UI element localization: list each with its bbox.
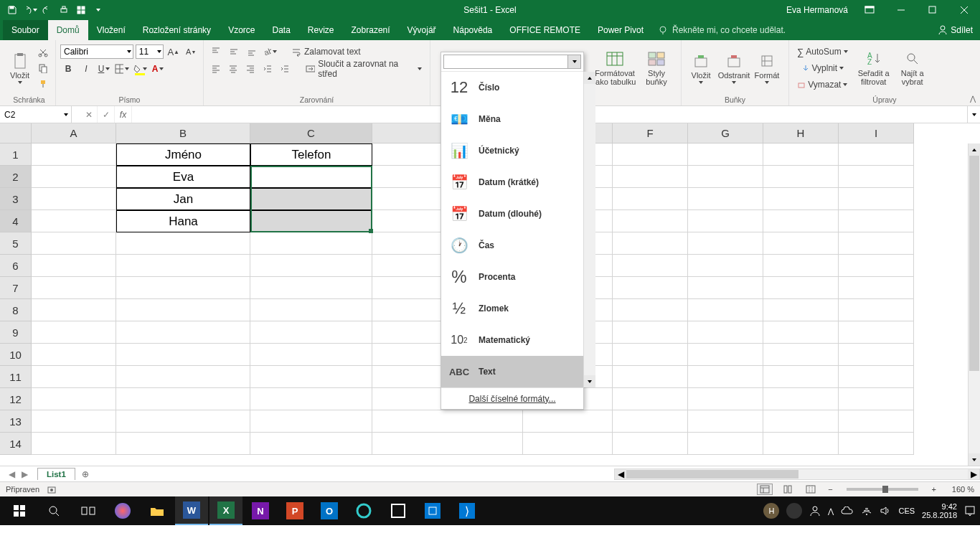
cell-H2[interactable]: [763, 166, 839, 188]
cell-A12[interactable]: [32, 388, 116, 410]
cell-C12[interactable]: [250, 388, 372, 410]
align-right-button[interactable]: [242, 62, 258, 76]
cell-G11[interactable]: [688, 366, 763, 388]
sheet-nav-prev[interactable]: ◀: [6, 468, 17, 480]
cell-F5[interactable]: [613, 232, 688, 255]
collapse-ribbon-button[interactable]: ⋀: [970, 95, 976, 103]
align-center-button[interactable]: [225, 62, 240, 76]
row-header-5[interactable]: 5: [0, 232, 32, 255]
cell-I10[interactable]: [839, 344, 914, 366]
taskbar-app-1[interactable]: [106, 496, 139, 525]
cell-styles-button[interactable]: Styly buňky: [641, 50, 672, 86]
align-middle-button[interactable]: [226, 44, 242, 59]
cell-C10[interactable]: [250, 344, 372, 366]
tray-people-icon[interactable]: [809, 505, 821, 517]
tray-notifications-icon[interactable]: [964, 505, 976, 517]
row-header-14[interactable]: 14: [0, 433, 32, 455]
cell-C13[interactable]: [250, 410, 372, 433]
paste-button[interactable]: Vložit: [7, 52, 32, 84]
sheet-tab-list1[interactable]: List1: [37, 468, 75, 480]
cell-A10[interactable]: [32, 344, 116, 366]
cell-I9[interactable]: [839, 321, 914, 344]
cell-I3[interactable]: [839, 188, 914, 210]
hscroll-thumb[interactable]: [626, 470, 798, 479]
cell-E14[interactable]: [523, 433, 613, 455]
cell-A1[interactable]: [32, 143, 116, 166]
tab-data[interactable]: Data: [263, 20, 298, 40]
tab-office-remote[interactable]: OFFICE REMOTE: [501, 20, 589, 40]
zoom-in-button[interactable]: +: [930, 485, 938, 494]
taskbar-onenote[interactable]: N: [244, 496, 277, 525]
cancel-formula-button[interactable]: ✕: [80, 106, 98, 123]
cell-A4[interactable]: [32, 210, 116, 232]
cell-I11[interactable]: [839, 366, 914, 388]
quick-print-button[interactable]: [56, 2, 72, 18]
taskbar-outlook[interactable]: O: [313, 496, 346, 525]
cell-H1[interactable]: [763, 143, 839, 166]
cell-F4[interactable]: [613, 210, 688, 232]
underline-button[interactable]: U: [96, 62, 112, 76]
cell-F9[interactable]: [613, 321, 688, 344]
cell-F8[interactable]: [613, 299, 688, 321]
align-bottom-button[interactable]: [244, 44, 260, 59]
clear-button[interactable]: Vymazat: [793, 77, 852, 92]
row-header-3[interactable]: 3: [0, 188, 32, 210]
cell-G3[interactable]: [688, 188, 763, 210]
format-item-scientific[interactable]: 102Matematický: [441, 324, 583, 356]
cell-F12[interactable]: [613, 388, 688, 410]
row-header-7[interactable]: 7: [0, 277, 32, 299]
cell-F7[interactable]: [613, 277, 688, 299]
cell-A11[interactable]: [32, 366, 116, 388]
tray-network-icon[interactable]: [861, 506, 872, 516]
cell-H13[interactable]: [763, 410, 839, 433]
cell-F6[interactable]: [613, 255, 688, 277]
cell-F2[interactable]: [613, 166, 688, 188]
format-item-date-short[interactable]: 📅Datum (krátké): [441, 166, 583, 198]
tray-clock[interactable]: 9:42 25.8.2018: [922, 502, 957, 519]
format-item-percent[interactable]: %Procenta: [441, 261, 583, 293]
cell-A3[interactable]: [32, 188, 116, 210]
row-header-9[interactable]: 9: [0, 321, 32, 344]
undo-button[interactable]: [22, 2, 37, 18]
tab-help[interactable]: Nápověda: [445, 20, 501, 40]
tab-page-layout[interactable]: Rozložení stránky: [134, 20, 220, 40]
cell-C1[interactable]: Telefon: [250, 143, 372, 166]
cell-A5[interactable]: [32, 232, 116, 255]
view-normal-button[interactable]: [757, 484, 773, 495]
cell-B12[interactable]: [116, 388, 250, 410]
cell-F11[interactable]: [613, 366, 688, 388]
tray-volume-icon[interactable]: [880, 506, 891, 516]
increase-font-button[interactable]: A▲: [166, 44, 182, 59]
cell-I12[interactable]: [839, 388, 914, 410]
bold-button[interactable]: B: [60, 62, 76, 76]
format-item-currency[interactable]: 💶Měna: [441, 103, 583, 135]
cell-C11[interactable]: [250, 366, 372, 388]
macro-record-icon[interactable]: [47, 484, 57, 494]
col-header-g[interactable]: G: [688, 123, 763, 143]
cell-H4[interactable]: [763, 210, 839, 232]
view-page-break-button[interactable]: [803, 484, 819, 495]
cell-G13[interactable]: [688, 410, 763, 433]
decrease-font-button[interactable]: A▼: [183, 44, 199, 59]
start-button[interactable]: [3, 496, 36, 525]
decrease-indent-button[interactable]: [260, 62, 275, 76]
tab-insert[interactable]: Vložení: [88, 20, 134, 40]
italic-button[interactable]: I: [78, 62, 94, 76]
hscroll-right[interactable]: ▶: [968, 469, 979, 479]
cell-I8[interactable]: [839, 299, 914, 321]
orientation-button[interactable]: ab: [262, 44, 278, 59]
taskbar-excel[interactable]: X: [209, 496, 242, 525]
tab-review[interactable]: Revize: [299, 20, 343, 40]
taskbar-word[interactable]: W: [175, 496, 208, 525]
row-header-13[interactable]: 13: [0, 410, 32, 433]
vertical-scrollbar[interactable]: [968, 143, 980, 466]
fmt-scroll-down[interactable]: [584, 375, 595, 387]
cell-G2[interactable]: [688, 166, 763, 188]
sheet-nav-next[interactable]: ▶: [19, 468, 30, 480]
cell-C5[interactable]: [250, 232, 372, 255]
cell-I5[interactable]: [839, 232, 914, 255]
cell-F1[interactable]: [613, 143, 688, 166]
taskbar-app-4[interactable]: ⟩: [451, 496, 484, 525]
merge-center-button[interactable]: Sloučit a zarovnat na střed: [302, 62, 425, 76]
tab-view[interactable]: Zobrazení: [343, 20, 399, 40]
